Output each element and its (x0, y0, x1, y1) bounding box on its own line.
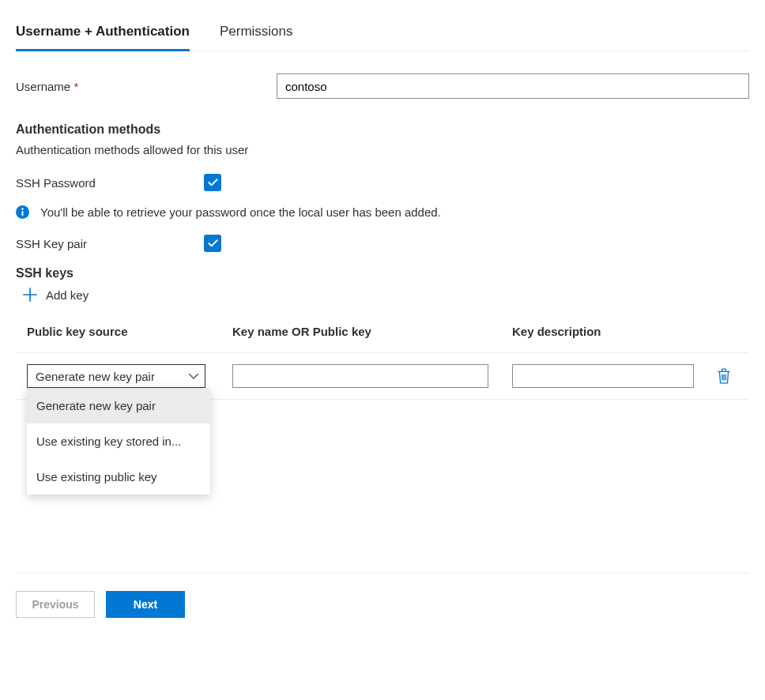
footer: Previous Next (16, 574, 749, 618)
key-name-input[interactable] (232, 364, 488, 388)
ssh-password-checkbox[interactable] (204, 174, 221, 191)
ssh-keypair-row: SSH Key pair (16, 235, 749, 252)
chevron-down-icon (188, 371, 199, 382)
public-key-source-dropdown[interactable]: Generate new key pair (27, 364, 205, 388)
username-label: Username * (16, 80, 277, 93)
ssh-keys-table-header: Public key source Key name OR Public key… (16, 325, 749, 353)
svg-point-1 (21, 208, 24, 210)
tab-username-auth[interactable]: Username + Authentication (16, 16, 190, 51)
username-field-row: Username * (16, 73, 749, 99)
dropdown-option-existing-stored[interactable]: Use existing key stored in... (27, 423, 210, 459)
dropdown-option-generate[interactable]: Generate new key pair (27, 388, 210, 423)
delete-key-button[interactable] (710, 368, 738, 384)
previous-button[interactable]: Previous (16, 591, 95, 618)
ssh-keys-heading: SSH keys (16, 266, 749, 280)
trash-icon (717, 368, 731, 384)
next-button[interactable]: Next (106, 591, 185, 618)
plus-icon (22, 287, 38, 303)
info-row: You'll be able to retrieve your password… (16, 205, 749, 219)
required-asterisk: * (73, 80, 78, 93)
tab-permissions[interactable]: Permissions (220, 16, 293, 51)
tabs: Username + Authentication Permissions (16, 16, 749, 51)
ssh-password-label: SSH Password (16, 176, 204, 190)
auth-methods-heading: Authentication methods (16, 122, 749, 137)
auth-methods-subtext: Authentication methods allowed for this … (16, 143, 749, 156)
check-icon (207, 177, 219, 189)
ssh-keypair-checkbox[interactable] (204, 235, 221, 252)
key-description-input[interactable] (512, 364, 694, 388)
info-icon (16, 205, 29, 219)
check-icon (207, 238, 219, 250)
dropdown-option-existing-public[interactable]: Use existing public key (27, 459, 210, 495)
ssh-password-row: SSH Password (16, 174, 749, 191)
col-header-source: Public key source (27, 325, 232, 338)
col-header-name: Key name OR Public key (232, 325, 512, 338)
ssh-key-row: Generate new key pair Generate new key p… (16, 353, 749, 400)
ssh-keypair-label: SSH Key pair (16, 237, 204, 250)
public-key-source-menu: Generate new key pair Use existing key s… (27, 388, 210, 495)
col-header-desc: Key description (512, 325, 710, 338)
username-input[interactable] (277, 73, 749, 99)
svg-rect-2 (21, 211, 23, 216)
add-key-label: Add key (46, 288, 89, 302)
add-key-button[interactable]: Add key (22, 287, 749, 303)
dropdown-selected-text: Generate new key pair (36, 370, 155, 383)
info-text: You'll be able to retrieve your password… (40, 205, 441, 219)
username-label-text: Username (16, 80, 70, 93)
